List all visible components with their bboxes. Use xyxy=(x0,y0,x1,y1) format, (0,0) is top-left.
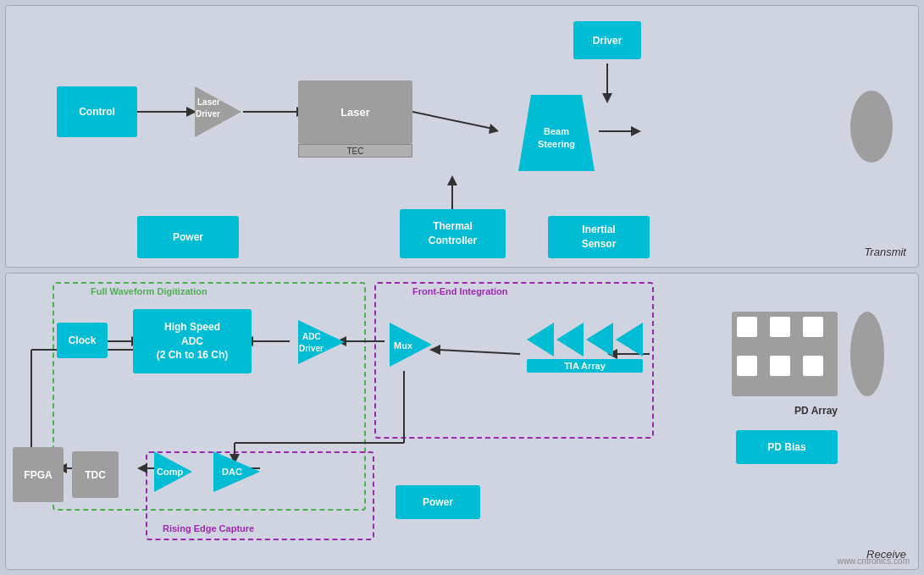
svg-text:Comp: Comp xyxy=(157,467,183,477)
laser-driver-block: Laser Driver xyxy=(191,82,246,144)
beam-steering-shape: Beam Steering xyxy=(514,91,599,175)
svg-marker-7 xyxy=(602,93,612,103)
dac-shape: DAC xyxy=(209,447,264,496)
tia-label: TIA Array xyxy=(527,359,643,373)
svg-marker-42 xyxy=(298,320,345,364)
power-block-receive: Power xyxy=(396,485,480,519)
tec-block: TEC xyxy=(298,144,412,158)
comp-shape: Comp xyxy=(150,447,196,496)
pd-cell-5 xyxy=(770,356,790,376)
beam-steering-block: Beam Steering xyxy=(514,91,599,178)
svg-text:Mux: Mux xyxy=(394,340,413,351)
pd-array-block xyxy=(732,312,838,396)
control-block: Control xyxy=(57,86,137,137)
front-end-label: Front-End Integration xyxy=(412,286,507,296)
svg-text:Driver: Driver xyxy=(196,109,220,119)
tia-arrow-3 xyxy=(586,323,613,357)
pd-cell-3 xyxy=(803,317,823,337)
tia-arrow-2 xyxy=(556,323,584,357)
svg-text:Beam: Beam xyxy=(544,126,569,136)
svg-text:Laser: Laser xyxy=(197,97,220,107)
pd-cell-1 xyxy=(737,317,757,337)
power-block-transmit: Power xyxy=(137,216,239,258)
thermal-controller-block: Thermal Controller xyxy=(400,209,506,258)
watermark: www.cntronics.com xyxy=(837,556,910,566)
svg-text:DAC: DAC xyxy=(222,467,242,477)
svg-marker-17 xyxy=(631,126,641,136)
svg-marker-5 xyxy=(489,124,499,134)
pd-array-label: PD Array xyxy=(794,405,838,417)
comp-block: Comp xyxy=(150,447,196,499)
adc-driver-shape: ADC Driver xyxy=(294,316,349,368)
clock-block: Clock xyxy=(57,323,108,358)
tia-arrow-1 xyxy=(527,323,554,357)
pd-cell-2 xyxy=(770,317,790,337)
tdc-block: TDC xyxy=(72,451,119,498)
full-waveform-label: Full Waveform Digitization xyxy=(91,286,207,296)
svg-marker-9 xyxy=(447,175,457,185)
transmit-section: Transmit Control xyxy=(5,5,919,268)
svg-text:Steering: Steering xyxy=(538,139,575,149)
tia-array-block: TIA Array xyxy=(527,323,643,373)
transmit-lens xyxy=(850,91,893,163)
transmit-label: Transmit xyxy=(864,246,906,258)
fpga-block: FPGA xyxy=(13,447,64,502)
svg-text:Driver: Driver xyxy=(299,344,324,353)
tia-arrow-4 xyxy=(616,323,643,357)
laser-block: Laser xyxy=(298,80,412,144)
svg-text:ADC: ADC xyxy=(302,332,321,341)
pd-cell-6 xyxy=(803,356,823,376)
high-speed-adc-block: High Speed ADC (2 Ch to 16 Ch) xyxy=(133,309,252,373)
svg-line-4 xyxy=(412,112,493,129)
receive-lens xyxy=(850,312,884,396)
pd-cell-4 xyxy=(737,356,757,376)
main-container: Transmit Control xyxy=(0,0,924,575)
inertial-sensor-block: Inertial Sensor xyxy=(548,216,650,258)
mux-block: Mux xyxy=(385,318,436,373)
rising-edge-label: Rising Edge Capture xyxy=(163,523,254,534)
dac-block: DAC xyxy=(209,447,264,499)
driver-block: Driver xyxy=(573,21,641,59)
laser-driver-shape: Laser Driver xyxy=(191,82,246,141)
receive-section: Receive Full Waveform Digitization Front… xyxy=(5,273,919,570)
adc-driver-block: ADC Driver xyxy=(294,316,349,371)
pd-bias-block: PD Bias xyxy=(736,430,838,464)
mux-shape: Mux xyxy=(385,318,436,371)
